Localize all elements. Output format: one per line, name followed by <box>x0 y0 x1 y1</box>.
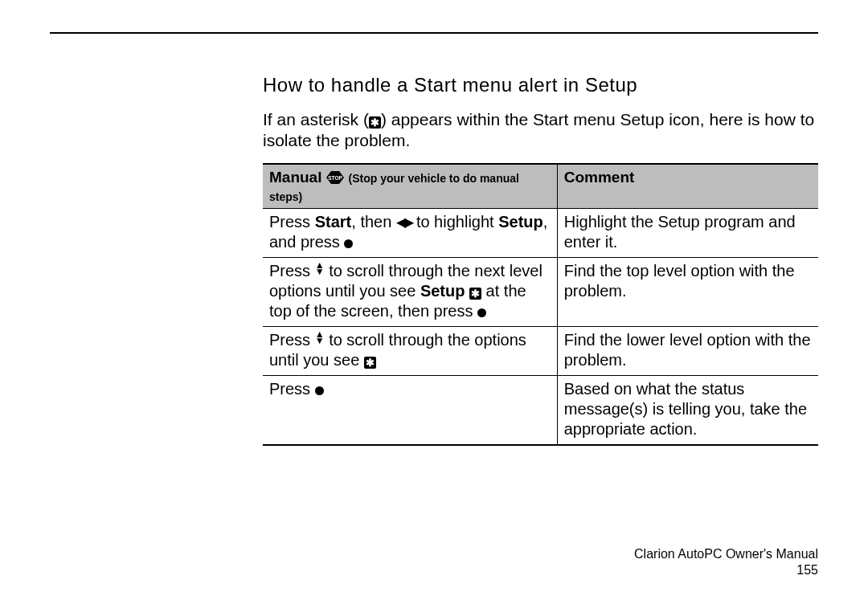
text-bold: Setup <box>420 282 465 300</box>
intro-paragraph: If an asterisk (✱) appears within the St… <box>263 109 818 152</box>
text: Press <box>269 331 315 349</box>
content-block: How to handle a Start menu alert in Setu… <box>263 74 818 446</box>
table-header-row: Manual STOP (Stop your vehicle to do man… <box>263 164 818 209</box>
manual-cell: Press ▲▼ to scroll through the options u… <box>263 326 557 375</box>
header-comment: Comment <box>557 164 818 209</box>
asterisk-icon: ✱ <box>364 357 376 369</box>
stop-icon: STOP <box>326 171 344 184</box>
enter-dot-icon <box>477 308 486 317</box>
text: , then <box>351 213 396 231</box>
manual-label: Manual <box>269 169 321 186</box>
table-row: Press ▲▼ to scroll through the options u… <box>263 326 818 375</box>
manual-cell: Press <box>263 375 557 445</box>
table-row: Press Based on what the status message(s… <box>263 375 818 445</box>
section-heading: How to handle a Start menu alert in Setu… <box>263 74 818 96</box>
enter-dot-icon <box>344 239 353 248</box>
up-down-arrow-icon: ▲▼ <box>315 331 325 344</box>
enter-dot-icon <box>315 386 324 395</box>
manual-cell: Press Start, then ◀ ▶ to highlight Setup… <box>263 208 557 257</box>
page-footer: Clarion AutoPC Owner's Manual 155 <box>634 546 818 578</box>
manual-page: How to handle a Start menu alert in Setu… <box>0 0 868 596</box>
table-row: Press Start, then ◀ ▶ to highlight Setup… <box>263 208 818 257</box>
manual-sub-post: steps) <box>269 190 302 203</box>
comment-cell: Based on what the status message(s) is t… <box>557 375 818 445</box>
text: Press <box>269 262 315 280</box>
comment-cell: Find the top level option with the probl… <box>557 257 818 326</box>
intro-text-pre: If an asterisk ( <box>263 110 369 129</box>
text: to highlight <box>411 213 498 231</box>
table-row: Press ▲▼ to scroll through the next leve… <box>263 257 818 326</box>
comment-cell: Highlight the Setup program and enter it… <box>557 208 818 257</box>
footer-page-number: 155 <box>634 562 818 578</box>
up-down-arrow-icon: ▲▼ <box>315 262 325 275</box>
header-manual: Manual STOP (Stop your vehicle to do man… <box>263 164 557 209</box>
manual-cell: Press ▲▼ to scroll through the next leve… <box>263 257 557 326</box>
comment-cell: Find the lower level option with the pro… <box>557 326 818 375</box>
footer-title: Clarion AutoPC Owner's Manual <box>634 546 818 562</box>
asterisk-icon: ✱ <box>469 288 481 300</box>
comment-label: Comment <box>564 169 635 186</box>
left-right-arrow-icon: ◀ ▶ <box>396 216 411 229</box>
asterisk-icon: ✱ <box>369 116 381 129</box>
svg-text:STOP: STOP <box>328 175 342 181</box>
top-rule <box>50 32 818 34</box>
steps-table: Manual STOP (Stop your vehicle to do man… <box>263 163 818 446</box>
text-bold: Start <box>315 213 352 231</box>
text: Press <box>269 380 315 398</box>
manual-sub-pre: (Stop your vehicle to do manual <box>349 172 519 185</box>
text: Press <box>269 213 315 231</box>
text-bold: Setup <box>498 213 543 231</box>
